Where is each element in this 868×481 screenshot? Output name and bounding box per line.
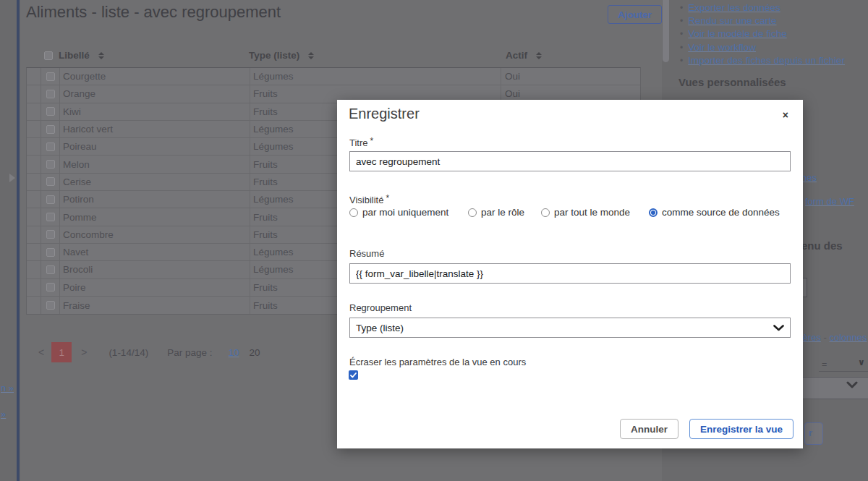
row-checkbox-cell <box>41 103 59 120</box>
criteria-link[interactable]: tères <box>800 332 821 343</box>
row-checkbox[interactable] <box>46 230 55 239</box>
radio-icon[interactable] <box>541 208 550 217</box>
row-checkbox[interactable] <box>46 177 55 186</box>
row-handle-cell <box>27 174 41 190</box>
cell-libelle: Haricot vert <box>59 121 250 137</box>
pagination-range: (1-14/14) <box>109 347 148 358</box>
table-row[interactable]: CourgetteLégumesOui <box>27 68 640 85</box>
row-checkbox-cell <box>41 261 59 278</box>
sidebar-wf-link-fragment[interactable]: form de WF <box>805 196 854 207</box>
save-view-dialog: Enregistrer × Titre* Visibilité* par moi… <box>337 100 803 448</box>
pagination-next[interactable]: > <box>81 346 87 358</box>
row-handle-cell <box>27 138 41 155</box>
row-checkbox[interactable] <box>46 107 55 116</box>
bullet-icon: • <box>680 15 683 27</box>
header-cell-type[interactable]: Type (liste) <box>249 50 500 61</box>
cell-type: Légumes <box>250 68 501 85</box>
cell-libelle: Kiwi <box>59 103 250 120</box>
radio-icon[interactable] <box>349 208 358 217</box>
table-header: Libellé Type (liste) Actif <box>26 43 641 67</box>
header-cell-libelle[interactable]: Libellé <box>59 50 249 61</box>
titre-input[interactable] <box>349 151 791 171</box>
row-checkbox[interactable] <box>46 265 55 274</box>
row-checkbox-cell <box>41 191 59 208</box>
radio-selected-icon[interactable] <box>649 208 658 217</box>
radio-icon[interactable] <box>468 208 477 217</box>
row-checkbox[interactable] <box>46 142 55 151</box>
visibilite-option[interactable]: par le rôle <box>468 207 524 218</box>
sidebar-action-link[interactable]: Importer des fiches depuis un fichier <box>688 54 845 67</box>
sort-icon[interactable] <box>308 52 314 59</box>
regroupement-select[interactable]: Type (liste) <box>349 318 791 338</box>
header-label: Type (liste) <box>249 50 299 61</box>
cell-libelle: Cerise <box>59 174 250 190</box>
row-checkbox[interactable] <box>46 283 55 291</box>
chevron-down-icon <box>773 325 784 331</box>
select-all-checkbox[interactable] <box>44 51 53 60</box>
regroupement-selected-value: Type (liste) <box>356 323 404 333</box>
cell-libelle: Courgette <box>59 68 250 85</box>
visibilite-option[interactable]: par tout le monde <box>541 207 630 218</box>
row-checkbox[interactable] <box>46 213 55 221</box>
sidebar-heading-fragment: enu des <box>801 239 843 252</box>
sidebar-view-link-fragment[interactable]: nes <box>801 172 817 183</box>
sort-icon[interactable] <box>98 52 104 59</box>
visibilite-option-label: par moi uniquement <box>362 207 448 218</box>
resume-input[interactable] <box>349 263 791 284</box>
cell-libelle: Orange <box>59 85 250 102</box>
row-checkbox-cell <box>41 121 59 137</box>
close-icon[interactable]: × <box>783 109 788 121</box>
per-page-option-10[interactable]: 10 <box>228 347 239 358</box>
add-button[interactable]: Ajouter <box>608 5 662 24</box>
row-checkbox[interactable] <box>46 160 55 169</box>
bullet-icon: • <box>680 42 683 54</box>
row-handle-cell <box>27 156 41 172</box>
overwrite-checkbox[interactable] <box>349 370 358 380</box>
row-handle-cell <box>27 208 41 225</box>
row-checkbox-cell <box>41 68 59 85</box>
visibilite-option[interactable]: par moi uniquement <box>349 207 448 218</box>
edge-link-fragment[interactable]: » <box>1 409 6 420</box>
row-checkbox[interactable] <box>46 125 55 134</box>
sort-icon[interactable] <box>536 52 542 59</box>
page-title: Aliments - liste - avec regroupement <box>26 3 281 22</box>
edge-link-fragment[interactable]: n » <box>1 383 14 393</box>
pagination-current-page[interactable]: 1 <box>51 342 72 362</box>
row-checkbox-cell <box>41 174 59 190</box>
visibilite-option[interactable]: comme source de données <box>649 207 780 218</box>
sidebar-button-fragment[interactable]: r <box>804 422 823 445</box>
titre-label: Titre* <box>349 136 373 148</box>
cell-libelle: Melon <box>59 156 250 172</box>
separator: - <box>821 332 830 343</box>
cancel-button[interactable]: Annuler <box>620 419 678 439</box>
row-checkbox[interactable] <box>46 301 55 310</box>
visibilite-label: Visibilité* <box>349 193 389 205</box>
sidebar-action-link[interactable]: Rendu sur une carte <box>688 14 776 27</box>
select-underline <box>819 371 868 372</box>
row-checkbox[interactable] <box>46 90 55 98</box>
row-handle-cell <box>27 244 41 260</box>
save-view-button[interactable]: Enregistrer la vue <box>689 419 793 439</box>
panel-collapse-arrow-icon[interactable] <box>9 174 15 182</box>
chevron-down-icon[interactable]: ∨ <box>858 357 865 367</box>
sidebar-action-link[interactable]: Exporter les données <box>688 1 780 14</box>
sidebar-action-link[interactable]: Voir le modèle de fiche <box>688 27 787 40</box>
header-cell-actif[interactable]: Actif <box>500 50 641 61</box>
row-checkbox[interactable] <box>46 72 55 81</box>
sidebar-filter-links-fragment: tères - colonnes <box>800 332 867 343</box>
filter-operator: = <box>822 359 827 370</box>
sidebar-action-link[interactable]: Voir le workflow <box>688 41 756 54</box>
per-page-label: Par page : <box>167 347 212 358</box>
sidebar-action-item: •Exporter les données <box>680 1 845 14</box>
resume-label: Résumé <box>349 248 384 259</box>
row-checkbox-cell <box>41 85 59 102</box>
columns-link[interactable]: colonnes <box>829 332 867 343</box>
row-handle-cell <box>27 85 41 102</box>
header-label: Actif <box>506 50 527 61</box>
scrollbar-thumb[interactable] <box>663 0 669 62</box>
row-checkbox[interactable] <box>46 195 55 204</box>
chevron-down-icon[interactable] <box>846 381 858 388</box>
pagination-prev[interactable]: < <box>38 346 44 358</box>
cell-actif: Oui <box>501 68 642 85</box>
row-checkbox[interactable] <box>46 248 55 257</box>
